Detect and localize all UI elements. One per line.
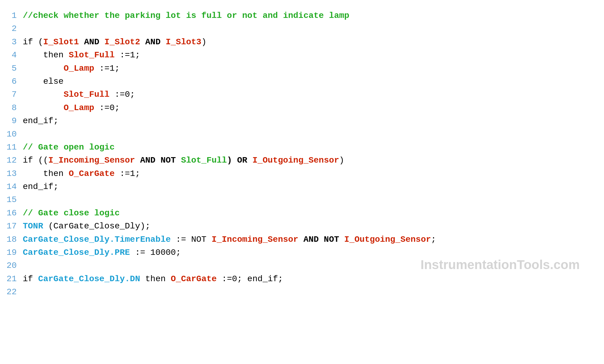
line-content: // Gate close logic: [23, 207, 598, 220]
line-content: end_if;: [23, 114, 598, 127]
code-line: 4 then Slot_Full :=1;: [6, 49, 598, 62]
line-number: 9: [6, 114, 23, 127]
line-content: // Gate open logic: [23, 141, 598, 154]
line-number: 19: [6, 246, 23, 259]
code-token: O_CarGate: [69, 169, 114, 178]
line-number: 11: [6, 141, 23, 154]
code-line: 19CarGate_Close_Dly.PRE := 10000;: [6, 246, 598, 259]
code-line: 10: [6, 128, 598, 141]
line-content: if ((I_Incoming_Sensor AND NOT Slot_Full…: [23, 154, 598, 167]
code-token: AND NOT: [135, 156, 181, 165]
line-number: 12: [6, 154, 23, 167]
line-number: 1: [6, 9, 23, 22]
line-number: 17: [6, 220, 23, 233]
code-token: :=0;: [94, 103, 120, 113]
line-number: 14: [6, 180, 23, 193]
code-token: then: [23, 169, 69, 178]
code-token: O_CarGate: [171, 274, 217, 284]
code-line: 21if CarGate_Close_Dly.DN then O_CarGate…: [6, 272, 598, 285]
code-token: [23, 64, 63, 73]
code-token: :=1;: [114, 50, 140, 60]
code-token: Slot_Full: [63, 90, 109, 99]
code-line: 17TONR (CarGate_Close_Dly);: [6, 220, 598, 233]
code-line: 5 O_Lamp :=1;: [6, 62, 598, 75]
code-token: :=0; end_if;: [217, 274, 283, 284]
code-lines: 1//check whether the parking lot is full…: [6, 9, 598, 299]
code-token: I_Incoming_Sensor: [48, 156, 135, 165]
line-content: Slot_Full :=0;: [23, 88, 598, 101]
line-content: CarGate_Close_Dly.TimerEnable := NOT I_I…: [23, 233, 598, 246]
code-token: then: [140, 274, 171, 284]
code-line: 20: [6, 259, 598, 272]
code-token: O_Lamp: [63, 103, 94, 113]
line-content: CarGate_Close_Dly.PRE := 10000;: [23, 246, 598, 259]
code-token: TONR: [23, 221, 43, 231]
code-line: 16// Gate close logic: [6, 207, 598, 220]
code-token: CarGate_Close_Dly.PRE: [23, 248, 130, 257]
code-token: if ((: [23, 156, 48, 165]
code-line: 9end_if;: [6, 114, 598, 127]
code-token: :=1;: [94, 64, 120, 73]
code-line: 1//check whether the parking lot is full…: [6, 9, 598, 22]
code-line: 14end_if;: [6, 180, 598, 193]
line-content: else: [23, 75, 598, 88]
code-token: // Gate open logic: [23, 143, 114, 152]
code-token: CarGate_Close_Dly.TimerEnable: [23, 235, 171, 244]
code-token: :=0;: [110, 90, 135, 99]
line-content: then O_CarGate :=1;: [23, 167, 598, 180]
line-number: 8: [6, 101, 23, 114]
line-number: 18: [6, 233, 23, 246]
code-token: [23, 90, 63, 99]
code-token: // Gate close logic: [23, 208, 120, 218]
code-token: ;: [431, 235, 436, 244]
code-token: ) OR: [227, 156, 252, 165]
line-content: end_if;: [23, 180, 598, 193]
code-line: 6 else: [6, 75, 598, 88]
line-number: 21: [6, 272, 23, 285]
code-token: if (: [23, 37, 43, 47]
code-token: I_Incoming_Sensor: [212, 235, 299, 244]
code-token: [23, 103, 63, 113]
code-token: ): [339, 156, 344, 165]
code-line: 22: [6, 285, 598, 298]
code-token: O_Lamp: [63, 64, 94, 73]
line-content: then Slot_Full :=1;: [23, 49, 598, 62]
code-token: else: [23, 77, 63, 86]
code-line: 7 Slot_Full :=0;: [6, 88, 598, 101]
code-token: := NOT: [171, 235, 211, 244]
line-number: 20: [6, 259, 23, 272]
code-line: 2: [6, 22, 598, 35]
line-content: O_Lamp :=1;: [23, 62, 598, 75]
line-number: 15: [6, 193, 23, 206]
code-token: ): [201, 37, 206, 47]
code-line: 15: [6, 193, 598, 206]
code-token: :=1;: [114, 169, 140, 178]
line-number: 4: [6, 49, 23, 62]
line-content: O_Lamp :=0;: [23, 101, 598, 114]
line-number: 3: [6, 35, 23, 49]
code-token: //check whether the parking lot is full …: [23, 11, 349, 20]
code-line: 18CarGate_Close_Dly.TimerEnable := NOT I…: [6, 233, 598, 246]
code-token: CarGate_Close_Dly.DN: [38, 274, 140, 284]
line-content: TONR (CarGate_Close_Dly);: [23, 220, 598, 233]
code-token: I_Slot3: [166, 37, 202, 47]
line-number: 6: [6, 75, 23, 88]
code-token: I_Outgoing_Sensor: [344, 235, 431, 244]
code-token: AND: [79, 37, 104, 47]
code-token: end_if;: [23, 116, 59, 126]
code-token: AND NOT: [298, 235, 344, 244]
code-token: I_Outgoing_Sensor: [252, 156, 339, 165]
code-line: 13 then O_CarGate :=1;: [6, 167, 598, 180]
line-number: 5: [6, 62, 23, 75]
code-token: AND: [140, 37, 166, 47]
line-number: 10: [6, 128, 23, 141]
code-token: (CarGate_Close_Dly);: [43, 221, 150, 231]
code-token: I_Slot2: [104, 37, 140, 47]
code-line: 3if (I_Slot1 AND I_Slot2 AND I_Slot3): [6, 35, 598, 49]
line-content: if CarGate_Close_Dly.DN then O_CarGate :…: [23, 272, 598, 285]
line-number: 22: [6, 285, 23, 298]
line-content: //check whether the parking lot is full …: [23, 9, 598, 22]
code-token: then: [23, 50, 69, 60]
code-line: 8 O_Lamp :=0;: [6, 101, 598, 114]
line-number: 16: [6, 207, 23, 220]
